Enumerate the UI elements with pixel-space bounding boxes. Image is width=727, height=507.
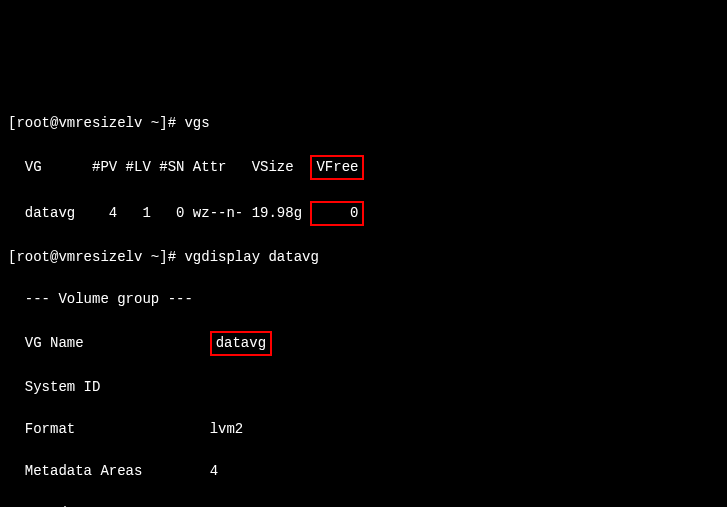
label-format: Format [8,421,210,437]
label-metaareas: Metadata Areas [8,463,210,479]
value-metaareas: 4 [210,463,218,479]
value-format: lvm2 [210,421,244,437]
prompt-line-2: [root@vmresizelv ~]# vgdisplay datavg [8,247,719,268]
highlight-vgname: datavg [210,331,272,356]
row-vgname: VG Name datavg [8,331,719,356]
row-metaseq: Metadata Sequence No 16 [8,503,719,507]
shell-prompt: [root@vmresizelv ~]# [8,249,184,265]
command-vgdisplay: vgdisplay datavg [184,249,318,265]
highlight-vfree-value: 0 [310,201,364,226]
terminal-output: [root@vmresizelv ~]# vgs VG #PV #LV #SN … [8,92,719,507]
highlight-vfree-header: VFree [310,155,364,180]
label-systemid: System ID [8,379,100,395]
vgs-header-line: VG #PV #LV #SN Attr VSize VFree [8,155,719,180]
shell-prompt: [root@vmresizelv ~]# [8,115,184,131]
row-metaareas: Metadata Areas 4 [8,461,719,482]
label-vgname: VG Name [8,335,210,351]
vgs-row: datavg 4 1 0 wz--n- 19.98g [8,205,310,221]
section-header: --- Volume group --- [8,289,719,310]
prompt-line-1: [root@vmresizelv ~]# vgs [8,113,719,134]
row-systemid: System ID [8,377,719,398]
command-vgs: vgs [184,115,209,131]
vgs-header: VG #PV #LV #SN Attr VSize [8,159,310,175]
vgs-data-line: datavg 4 1 0 wz--n- 19.98g 0 [8,201,719,226]
row-format: Format lvm2 [8,419,719,440]
